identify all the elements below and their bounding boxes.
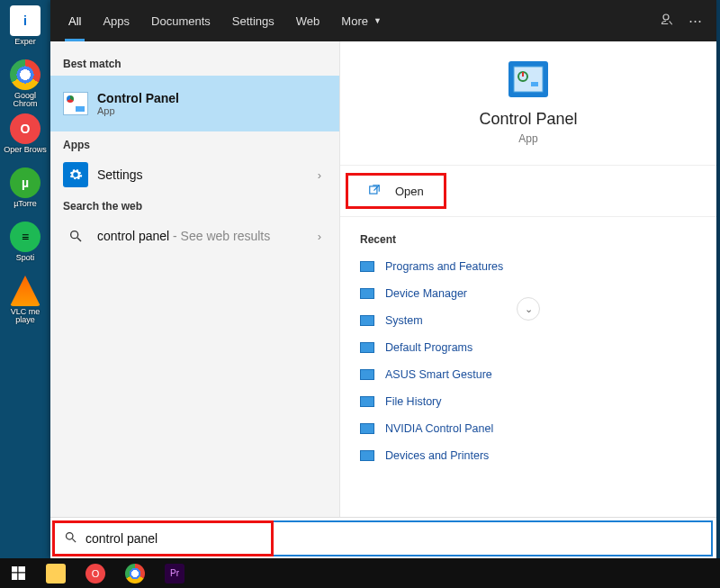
section-search-web: Search the web bbox=[50, 193, 339, 218]
tab-web[interactable]: Web bbox=[285, 0, 331, 41]
result-title: Settings bbox=[97, 167, 312, 182]
control-panel-item-icon bbox=[360, 342, 374, 353]
section-apps: Apps bbox=[50, 131, 339, 157]
folder-icon bbox=[46, 564, 66, 583]
svg-point-7 bbox=[66, 532, 73, 539]
control-panel-item-icon bbox=[360, 288, 374, 299]
recent-item[interactable]: Devices and Printers bbox=[340, 442, 716, 469]
desktop-icon[interactable]: i Exper bbox=[4, 5, 47, 56]
desktop-icon-opera[interactable]: O Oper Brows bbox=[4, 113, 47, 164]
control-panel-item-icon bbox=[360, 423, 374, 434]
search-icon bbox=[55, 530, 86, 547]
control-panel-item-icon bbox=[360, 315, 374, 326]
desktop-icon-spotify[interactable]: ≡ Spoti bbox=[4, 222, 47, 272]
start-button[interactable] bbox=[0, 558, 36, 588]
taskbar-premiere[interactable]: Pr bbox=[155, 558, 194, 588]
hero-subtitle: App bbox=[518, 132, 537, 145]
svg-rect-5 bbox=[531, 82, 538, 86]
search-input[interactable] bbox=[86, 531, 271, 546]
chevron-right-icon: › bbox=[312, 168, 327, 182]
result-title: Control Panel bbox=[97, 91, 327, 105]
actions: Open bbox=[340, 166, 716, 217]
result-title: control panel - See web results bbox=[97, 229, 312, 243]
recent-item[interactable]: Programs and Features bbox=[340, 253, 716, 280]
chevron-down-icon: ▼ bbox=[374, 16, 382, 25]
chevron-right-icon: › bbox=[312, 230, 327, 243]
control-panel-icon bbox=[63, 91, 88, 116]
search-extended-area[interactable] bbox=[274, 520, 713, 556]
feedback-icon[interactable] bbox=[652, 12, 680, 31]
results-list: Best match Control Panel App Apps Settin… bbox=[50, 41, 340, 517]
tab-bar: All Apps Documents Settings Web More▼ ⋯ bbox=[50, 0, 716, 41]
svg-rect-10 bbox=[18, 566, 25, 572]
desktop-icon-vlc[interactable]: VLC me playe bbox=[4, 276, 47, 326]
section-recent: Recent bbox=[340, 217, 716, 253]
section-best-match: Best match bbox=[50, 50, 339, 76]
svg-point-0 bbox=[663, 14, 669, 20]
control-panel-item-icon bbox=[360, 369, 374, 380]
search-icon bbox=[63, 223, 88, 249]
result-subtitle: App bbox=[97, 105, 327, 116]
taskbar: O Pr bbox=[0, 558, 720, 588]
recent-item[interactable]: File History bbox=[340, 388, 716, 415]
search-row bbox=[50, 517, 716, 558]
taskbar-chrome[interactable] bbox=[115, 558, 155, 588]
details-pane: Control Panel App Open ⌄ Recent Programs… bbox=[340, 41, 716, 517]
search-box[interactable] bbox=[52, 520, 274, 556]
chrome-icon bbox=[125, 564, 145, 583]
premiere-icon: Pr bbox=[165, 564, 184, 583]
recent-item[interactable]: ASUS Smart Gesture bbox=[340, 361, 716, 388]
windows-icon bbox=[12, 566, 25, 580]
expand-button[interactable]: ⌄ bbox=[517, 297, 540, 321]
svg-rect-11 bbox=[12, 574, 17, 581]
more-options-icon[interactable]: ⋯ bbox=[680, 13, 709, 29]
svg-point-1 bbox=[71, 231, 78, 239]
svg-rect-6 bbox=[370, 185, 377, 193]
svg-rect-9 bbox=[12, 566, 17, 572]
open-button[interactable]: Open bbox=[346, 173, 446, 209]
tab-all[interactable]: All bbox=[58, 0, 92, 41]
hero: Control Panel App bbox=[340, 61, 716, 166]
desktop: i Exper Googl Chrom O Oper Brows µ µTorr… bbox=[0, 0, 50, 558]
desktop-icon-chrome[interactable]: Googl Chrom bbox=[4, 59, 47, 110]
recent-item[interactable]: Default Programs bbox=[340, 334, 716, 361]
recent-item[interactable]: NVIDIA Control Panel bbox=[340, 415, 716, 442]
result-control-panel[interactable]: Control Panel App bbox=[50, 76, 339, 131]
control-panel-item-icon bbox=[360, 450, 374, 461]
result-settings[interactable]: Settings › bbox=[50, 157, 339, 193]
svg-rect-12 bbox=[18, 574, 25, 581]
tab-documents[interactable]: Documents bbox=[140, 0, 221, 41]
control-panel-item-icon bbox=[360, 261, 374, 272]
svg-line-8 bbox=[72, 538, 76, 542]
svg-line-2 bbox=[77, 238, 81, 241]
svg-rect-3 bbox=[514, 67, 543, 92]
tab-settings[interactable]: Settings bbox=[221, 0, 285, 41]
taskbar-opera[interactable]: O bbox=[76, 558, 115, 588]
tab-more[interactable]: More▼ bbox=[330, 0, 392, 41]
gear-icon bbox=[63, 162, 88, 187]
opera-icon: O bbox=[86, 564, 105, 583]
taskbar-file-explorer[interactable] bbox=[36, 558, 76, 588]
search-panel: All Apps Documents Settings Web More▼ ⋯ … bbox=[50, 0, 716, 558]
control-panel-icon bbox=[508, 61, 548, 97]
control-panel-item-icon bbox=[360, 396, 374, 407]
open-label: Open bbox=[395, 185, 424, 198]
hero-title: Control Panel bbox=[479, 110, 577, 129]
desktop-icon-utorrent[interactable]: µ µTorre bbox=[4, 167, 47, 218]
chevron-down-icon: ⌄ bbox=[525, 303, 533, 315]
result-web-search[interactable]: control panel - See web results › bbox=[50, 218, 339, 254]
tab-apps[interactable]: Apps bbox=[92, 0, 140, 41]
open-icon bbox=[368, 184, 386, 199]
